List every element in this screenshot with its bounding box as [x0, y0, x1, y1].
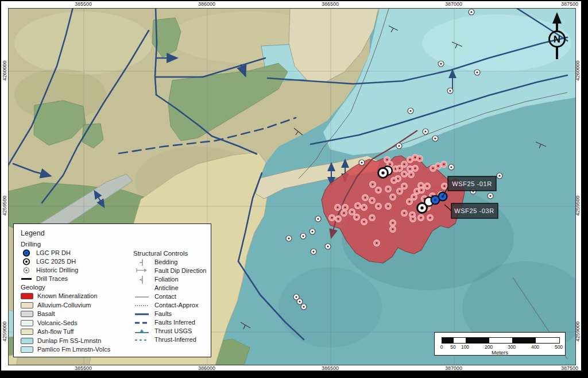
contact-approx-icon [133, 302, 150, 310]
scale-unit-label: Meters [435, 349, 565, 356]
bedding-icon [133, 259, 150, 267]
fault-dip-direction-icon [133, 267, 150, 275]
historic-drilling-icon [21, 266, 32, 275]
faults-inferred-icon [133, 319, 150, 327]
legend-item-contact: Contact [133, 292, 208, 301]
legend-item-thrust-usgs: Thrust USGS [133, 327, 208, 335]
legend-item-label: Faults [154, 310, 172, 318]
legend-item-label: Thrust-Inferred [154, 335, 196, 344]
ash-flow-tuff-swatch [21, 329, 33, 335]
easting-label: 385500 [75, 1, 92, 7]
easting-label: 387000 [445, 365, 462, 371]
easting-label: 386000 [198, 365, 215, 371]
northing-label: 4259500 [2, 195, 7, 215]
legend-item-anticline: Anticline [133, 284, 208, 292]
legend-item-faults: Faults [133, 310, 208, 318]
northing-label: 4260000 [2, 60, 7, 80]
legend-structural-section: Structural Controls Bedding Fault Dip Di… [133, 249, 208, 344]
lgc-2025-dh-icon [21, 257, 32, 266]
easting-label: 387500 [561, 1, 578, 7]
legend-item-faults-inferred: Faults Inferred [133, 318, 208, 327]
legend-drilling-header: Drilling [21, 240, 204, 249]
legend-item-pamlico-fm: Pamlico Fm Lmnstn-Volcs [21, 345, 204, 354]
pamlico-fm-swatch [21, 346, 33, 353]
alluvium-colluvium-swatch [21, 302, 33, 308]
legend-item-label: Alluvium-Colluvium [37, 301, 91, 310]
legend: Legend Drilling LGC PR DH LGC 2025 DH Hi… [13, 223, 211, 357]
scale-bar: 0 50 100 200 300 400 500 Meters [434, 332, 566, 356]
drillhole-label-wsf25-01r: WSF25 -01R [448, 176, 496, 191]
drill-traces-icon [21, 275, 32, 283]
legend-item-bedding: Bedding [133, 258, 208, 267]
legend-item-label: Drill Traces [36, 275, 68, 283]
legend-item-label: Basalt [37, 310, 55, 318]
legend-item-label: Fault Dip Direction [154, 267, 206, 275]
svg-text:WSF25 -03R: WSF25 -03R [454, 207, 494, 214]
easting-label: 386500 [322, 365, 339, 371]
thrust-inferred-icon [133, 336, 150, 344]
northing-label: 4259000 [2, 321, 7, 341]
legend-item-label: LGC PR DH [36, 249, 71, 257]
easting-label: 387000 [445, 1, 462, 7]
legend-item-label: Ash-flow Tuff [37, 327, 74, 336]
legend-item-contact-approx: Contact-Approx [133, 301, 208, 310]
legend-item-label: Foliation [154, 275, 179, 284]
legend-item-foliation: Foliation [133, 275, 208, 284]
legend-item-label: Thrust USGS [154, 327, 192, 335]
legend-item-label: Bedding [154, 258, 177, 267]
foliation-icon [133, 276, 150, 284]
legend-item-label: Dunlap Fm SS-Lmnstn [37, 337, 101, 345]
legend-item-label: Volcanic-Seds [37, 319, 78, 327]
easting-label: 386000 [198, 1, 215, 7]
faults-icon [133, 310, 150, 318]
map-sheet: 385500 386000 386500 387000 387500 38550… [1, 1, 581, 371]
dunlap-fm-swatch [21, 338, 33, 344]
basalt-swatch [21, 311, 33, 317]
legend-item-label: Faults Inferred [154, 318, 195, 327]
known-mineralization-swatch [21, 293, 33, 299]
easting-label: 386500 [322, 1, 339, 7]
volcanic-seds-swatch [21, 320, 33, 326]
drillhole-label-wsf25-03r: WSF25 -03R [451, 203, 498, 218]
contact-icon [133, 293, 150, 301]
legend-item-label: Known Mineralization [37, 292, 98, 300]
legend-item-fault-dip-direction: Fault Dip Direction [133, 267, 208, 275]
legend-item-label: Pamlico Fm Lmnstn-Volcs [37, 345, 110, 354]
legend-item-label: Contact-Approx [154, 301, 198, 310]
legend-item-thrust-inferred: Thrust-Inferred [133, 335, 208, 344]
legend-structural-header: Structural Controls [133, 249, 208, 258]
legend-item-label: LGC 2025 DH [36, 257, 76, 266]
lgc-pr-dh-icon [21, 249, 32, 257]
scale-bar-segments [442, 337, 560, 344]
svg-text:N: N [554, 34, 560, 45]
easting-label: 387500 [561, 365, 578, 371]
thrust-usgs-icon [133, 327, 150, 335]
legend-title: Legend [21, 229, 204, 237]
legend-item-label: Anticline [154, 284, 179, 292]
legend-item-label: Contact [154, 292, 176, 301]
svg-text:WSF25 -01R: WSF25 -01R [452, 180, 492, 187]
legend-item-label: Historic Drilling [36, 266, 78, 275]
geologic-map-export: { "figure": { "north_label": "N", "annot… [0, 0, 588, 378]
easting-label: 385500 [75, 365, 92, 371]
